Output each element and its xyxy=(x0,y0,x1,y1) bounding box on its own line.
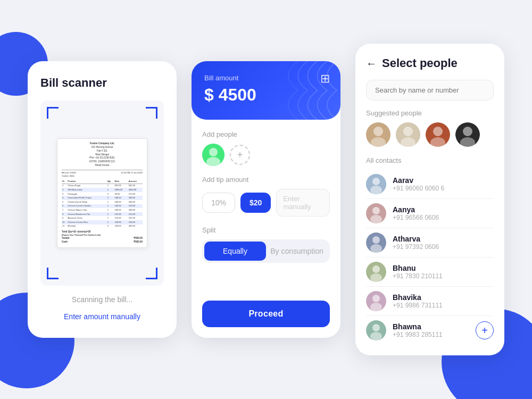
add-person-button[interactable]: + xyxy=(230,145,250,165)
contacts-label: All contacts xyxy=(366,156,494,164)
contact-info-bhavika: Bhavika +91 9986 731111 xyxy=(393,293,494,309)
svg-point-7 xyxy=(403,127,413,136)
contact-row[interactable]: Bhavika +91 9986 731111 xyxy=(366,287,494,316)
contact-avatar-bhavika xyxy=(366,291,386,311)
contact-name-bhawna: Bhawna xyxy=(393,322,469,331)
add-people-label: Add people xyxy=(202,130,330,138)
bill-amount-label: Bill amount xyxy=(204,74,328,82)
enter-manually-button[interactable]: Enter amount manually xyxy=(40,308,164,325)
svg-point-28 xyxy=(372,295,380,302)
contact-avatar-atharva xyxy=(366,232,386,253)
contact-avatar-aanya xyxy=(366,203,386,223)
svg-point-19 xyxy=(372,207,380,214)
bill-details-card: ⊞ Bill amount $ 4500 Add people + xyxy=(192,61,340,338)
tip-option-20[interactable]: $20 xyxy=(240,193,271,213)
search-input[interactable] xyxy=(366,80,494,101)
suggested-label: Suggested people xyxy=(366,109,494,117)
svg-point-16 xyxy=(372,178,380,185)
contact-info-aanya: Aanya +91 96566 0606 xyxy=(393,205,494,221)
added-person-avatar xyxy=(202,144,225,166)
contact-info-bhawna: Bhawna +91 9983 285111 xyxy=(393,322,469,338)
contact-row[interactable]: Bhawna +91 9983 285111 + xyxy=(366,316,494,345)
contact-name-bhanu: Bhanu xyxy=(393,264,494,272)
contact-phone-aanya: +91 96566 0606 xyxy=(393,214,494,221)
svg-point-4 xyxy=(373,127,383,136)
svg-point-31 xyxy=(372,324,380,331)
suggested-avatar-4[interactable] xyxy=(455,122,480,147)
add-contact-button[interactable]: + xyxy=(476,321,494,339)
bill-amount: $ 4500 xyxy=(204,85,328,105)
proceed-button[interactable]: Proceed xyxy=(202,301,330,327)
split-consumption-button[interactable]: By consumption xyxy=(266,242,328,261)
svg-point-20 xyxy=(370,215,382,223)
contact-row[interactable]: Aanya +91 96566 0606 xyxy=(366,199,494,228)
contact-name-aarav: Aarav xyxy=(393,176,494,185)
split-label: Split xyxy=(202,226,330,234)
contact-phone-atharva: +91 97392 0606 xyxy=(393,243,494,251)
receipt-table: Sr Product Qty Rate Amount 1Chivas Regal… xyxy=(62,179,143,229)
contact-avatar-bhawna xyxy=(366,320,386,340)
contact-phone-bhavika: +91 9986 731111 xyxy=(393,302,494,309)
cards-container: Bill scanner Fusion Company Ltd. 101 Mor… xyxy=(28,44,504,355)
contact-row[interactable]: Atharva +91 97392 0606 xyxy=(366,228,494,257)
contact-avatar-bhanu xyxy=(366,262,386,282)
contact-row[interactable]: Aarav +91 96060 6060 6 xyxy=(366,170,494,199)
contact-info-bhanu: Bhanu +91 7830 210111 xyxy=(393,264,494,280)
contact-name-aanya: Aanya xyxy=(393,205,494,214)
tip-option-10[interactable]: 10% xyxy=(202,193,235,213)
suggested-avatar-1[interactable] xyxy=(366,122,390,147)
suggested-avatar-3[interactable] xyxy=(426,122,450,147)
add-people-row: + xyxy=(202,144,330,166)
select-people-header: ← Select people xyxy=(366,56,494,70)
contact-phone-bhawna: +91 9983 285111 xyxy=(393,331,469,338)
contact-row[interactable]: Bhanu +91 7830 210111 xyxy=(366,257,494,287)
bill-body: Add people + Add tip amount 10 xyxy=(192,120,340,301)
receipt-total: Total Qty=16 +(extras)=20 (Rupees Four T… xyxy=(62,230,143,244)
svg-point-25 xyxy=(372,265,380,273)
person-avatar-image xyxy=(202,144,225,166)
svg-point-32 xyxy=(370,332,382,340)
scanner-viewport: Fusion Company Ltd. 101 Morning Avenue F… xyxy=(40,101,164,286)
contact-name-atharva: Atharva xyxy=(393,235,494,243)
svg-point-13 xyxy=(463,127,472,136)
svg-point-10 xyxy=(433,127,443,136)
corner-top-left xyxy=(47,107,59,119)
select-people-card: ← Select people Suggested people All con… xyxy=(355,44,504,355)
suggested-people-row xyxy=(366,122,494,147)
back-arrow-icon[interactable]: ← xyxy=(366,57,377,70)
bill-header: ⊞ Bill amount $ 4500 xyxy=(192,61,340,120)
scanning-text: Scanning the bill... xyxy=(40,295,164,304)
contact-phone-aarav: +91 96060 6060 6 xyxy=(393,185,494,192)
svg-point-1 xyxy=(209,148,218,156)
tip-manual-input[interactable]: Enter manually xyxy=(276,189,330,217)
contact-info-aarav: Aarav +91 96060 6060 6 xyxy=(393,176,494,192)
bill-scanner-card: Bill scanner Fusion Company Ltd. 101 Mor… xyxy=(28,61,177,338)
suggested-avatar-2[interactable] xyxy=(396,122,420,147)
split-toggle: Equally By consumption xyxy=(202,239,330,263)
corner-top-right xyxy=(146,107,157,119)
svg-point-17 xyxy=(370,186,382,194)
tip-row: 10% $20 Enter manually xyxy=(202,189,330,217)
svg-point-29 xyxy=(370,303,382,311)
scanner-title: Bill scanner xyxy=(40,76,107,90)
contact-phone-bhanu: +91 7830 210111 xyxy=(393,272,494,280)
add-people-section: Add people + xyxy=(202,130,330,166)
select-people-title: Select people xyxy=(382,56,458,70)
contact-info-atharva: Atharva +91 97392 0606 xyxy=(393,235,494,251)
contact-name-bhavika: Bhavika xyxy=(393,293,494,302)
add-tip-section: Add tip amount 10% $20 Enter manually xyxy=(202,176,330,217)
svg-point-26 xyxy=(370,273,382,282)
corner-bottom-left xyxy=(47,268,59,279)
receipt-header: Fusion Company Ltd. 101 Morning Avenue F… xyxy=(62,142,143,167)
split-section: Split Equally By consumption xyxy=(202,226,330,263)
corner-bottom-right xyxy=(146,268,157,279)
add-tip-label: Add tip amount xyxy=(202,176,330,184)
split-equally-button[interactable]: Equally xyxy=(204,242,266,261)
svg-point-23 xyxy=(370,244,382,253)
svg-point-22 xyxy=(372,236,380,244)
contact-avatar-aarav xyxy=(366,174,386,194)
receipt-paper: Fusion Company Ltd. 101 Morning Avenue F… xyxy=(57,138,147,247)
